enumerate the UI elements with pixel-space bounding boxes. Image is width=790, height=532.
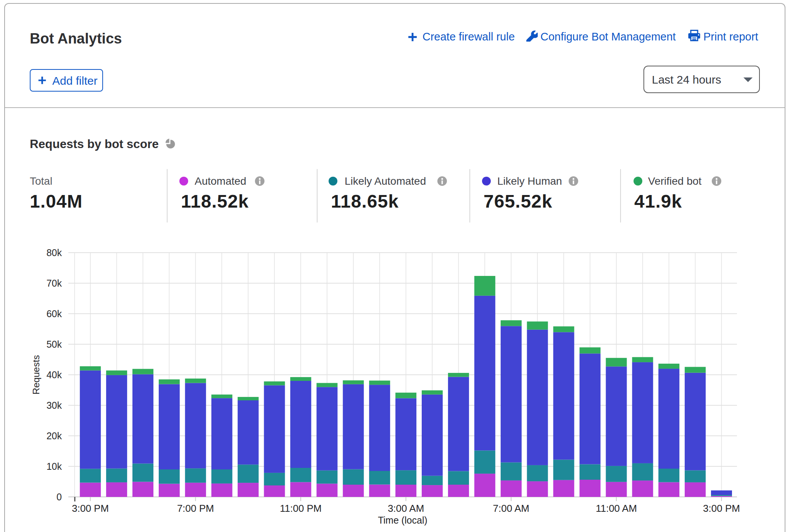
svg-text:3:00 AM: 3:00 AM	[388, 503, 424, 514]
svg-text:80k: 80k	[47, 247, 62, 258]
svg-text:10k: 10k	[47, 461, 62, 472]
svg-text:7:00 AM: 7:00 AM	[493, 503, 529, 514]
svg-text:11:00 PM: 11:00 PM	[280, 503, 321, 514]
svg-text:Requests: Requests	[31, 355, 41, 395]
svg-text:40k: 40k	[47, 369, 62, 380]
svg-text:Time (local): Time (local)	[378, 515, 427, 526]
svg-text:30k: 30k	[47, 400, 62, 411]
svg-text:50k: 50k	[47, 339, 62, 350]
svg-text:3:00 PM: 3:00 PM	[703, 503, 740, 514]
svg-text:70k: 70k	[47, 278, 62, 289]
svg-text:7:00 PM: 7:00 PM	[177, 503, 214, 514]
svg-text:20k: 20k	[47, 430, 62, 441]
svg-text:0: 0	[56, 492, 62, 502]
svg-text:11:00 AM: 11:00 AM	[596, 503, 637, 514]
svg-text:60k: 60k	[47, 308, 62, 319]
svg-text:3:00 PM: 3:00 PM	[72, 503, 109, 514]
